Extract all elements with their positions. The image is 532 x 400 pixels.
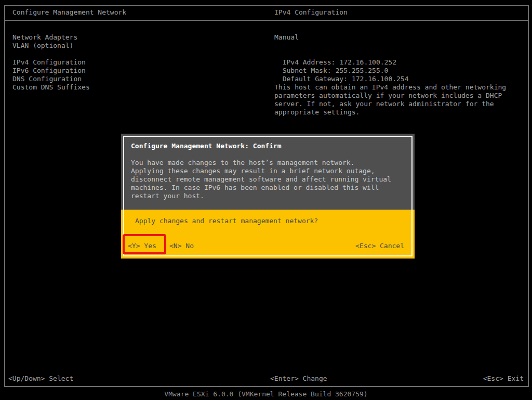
menu-item-network-adapters[interactable]: Network Adapters — [12, 33, 77, 42]
default-gateway-value: 172.16.100.254 — [352, 75, 409, 83]
hint-exit: <Esc> Exit — [483, 375, 524, 383]
menu-item-ipv6-configuration[interactable]: IPv6 Configuration — [12, 67, 86, 75]
section-title: IPv4 Configuration — [274, 8, 348, 17]
menu-item-dns-configuration[interactable]: DNS Configuration — [12, 75, 82, 83]
page-title: Configure Management Network — [12, 8, 126, 17]
menu-item-custom-dns-suffixes[interactable]: Custom DNS Suffixes — [12, 83, 90, 92]
hint-select: <Up/Down> Select — [8, 375, 73, 383]
dialog-question: Apply changes and restart management net… — [135, 217, 318, 225]
no-button[interactable]: <N> No — [169, 242, 194, 250]
cancel-button[interactable]: <Esc> Cancel — [355, 242, 404, 250]
default-gateway-row: Default Gateway:172.16.100.254 — [274, 67, 409, 83]
default-gateway-label: Default Gateway: — [283, 75, 348, 83]
menu-item-vlan[interactable]: VLAN (optional) — [12, 42, 73, 50]
ipv4-mode-value: Manual — [274, 33, 299, 42]
hint-change: <Enter> Change — [270, 375, 327, 383]
confirm-dialog: Configure Management Network: Confirm Yo… — [121, 134, 415, 259]
dialog-title: Configure Management Network: Confirm — [131, 142, 282, 150]
version-text: VMware ESXi 6.0.0 (VMKernel Release Buil… — [0, 390, 532, 398]
yes-button[interactable]: <Y> Yes — [128, 242, 156, 250]
dhcp-description: This host can obtain an IPv4 address and… — [274, 83, 524, 117]
dialog-message: You have made changes to the host’s mana… — [131, 159, 406, 200]
menu-item-ipv4-configuration[interactable]: IPv4 Configuration — [12, 58, 86, 67]
header-separator — [4, 20, 529, 21]
